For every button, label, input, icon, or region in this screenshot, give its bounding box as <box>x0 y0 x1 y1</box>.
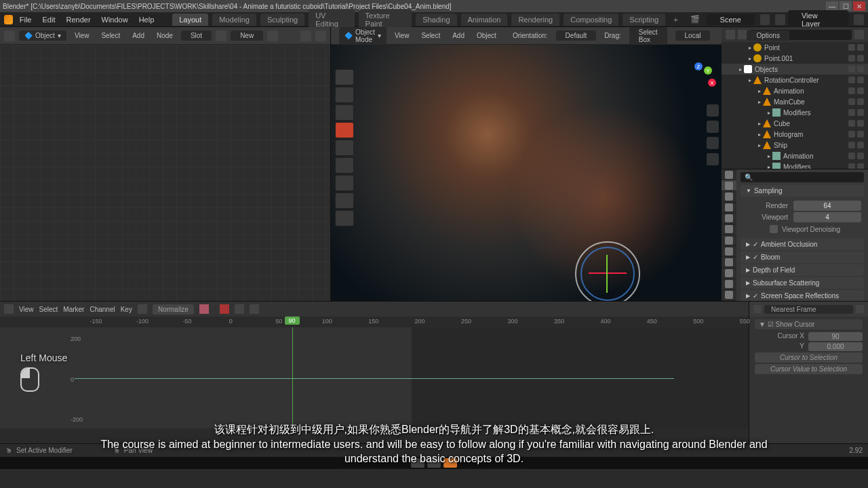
viewport-canvas[interactable]: Z Y X <box>331 45 722 301</box>
tool-rotate[interactable] <box>335 122 354 138</box>
node-menu-add[interactable]: Add <box>128 30 149 41</box>
prop-tab-output[interactable] <box>722 180 736 191</box>
menu-render[interactable]: Render <box>62 14 94 25</box>
vp-menu-object[interactable]: Object <box>473 30 500 41</box>
scene-new-button[interactable] <box>760 14 770 25</box>
rotate-gizmo[interactable] <box>575 241 640 301</box>
prop-tab-world[interactable] <box>722 214 736 224</box>
outliner-row[interactable]: ▸Ship <box>722 140 868 150</box>
axis-z-icon[interactable]: Z <box>694 62 703 70</box>
workspace-tab-layout[interactable]: Layout <box>172 14 208 26</box>
prop-tab-viewlayer[interactable] <box>722 191 736 202</box>
close-button[interactable]: ✕ <box>853 1 865 11</box>
graph-menu-channel[interactable]: Channel <box>90 306 115 313</box>
normalize-toggle[interactable]: Normalize <box>153 304 194 314</box>
viewlayer-selector[interactable]: View Layer <box>788 10 848 29</box>
outliner-row[interactable]: ▸RotationController <box>722 75 868 85</box>
pan-icon[interactable] <box>707 121 719 133</box>
outliner-row[interactable]: ▸Animation <box>722 150 868 161</box>
panel-bloom[interactable]: ▶✓Bloom <box>741 251 864 263</box>
outliner-row[interactable]: ▸Cube <box>722 118 868 129</box>
taskbar-app-icon[interactable] <box>411 458 425 468</box>
taskbar-blender-icon[interactable] <box>443 458 457 468</box>
tool-annotate[interactable] <box>335 175 354 191</box>
tool-move[interactable] <box>335 104 354 121</box>
material-new-button[interactable]: New <box>231 30 263 41</box>
workspace-add-button[interactable]: + <box>668 14 683 26</box>
pivot-selector[interactable]: Local <box>675 30 711 41</box>
outliner-row[interactable]: ▸Modifiers <box>722 161 868 169</box>
prop-tab-render[interactable] <box>722 169 736 180</box>
menu-help[interactable]: Help <box>135 14 159 25</box>
pin-icon[interactable] <box>267 30 278 41</box>
prop-tab-physics[interactable] <box>722 257 736 268</box>
snap-icon[interactable] <box>300 30 311 41</box>
panel-ao[interactable]: ▶✓Ambient Occlusion <box>741 239 864 250</box>
prop-tab-particles[interactable] <box>722 246 736 257</box>
object-mode-selector[interactable]: 🔷 Object Mode ▾ <box>339 27 387 45</box>
denoise-checkbox[interactable] <box>770 225 778 233</box>
prop-tab-modifiers[interactable] <box>722 235 736 246</box>
viewport-samples-field[interactable]: 4 <box>793 212 861 222</box>
outliner-row[interactable]: ▸Hologram <box>722 129 868 140</box>
graph-menu-key[interactable]: Key <box>121 306 132 313</box>
vp-menu-view[interactable]: View <box>391 30 414 41</box>
fcurve[interactable] <box>75 378 673 379</box>
outliner-row[interactable]: ▸Objects <box>722 64 868 75</box>
panel-sampling[interactable]: ▼Sampling <box>741 185 864 197</box>
options-dropdown[interactable]: Options <box>747 30 789 41</box>
ghost-icon[interactable] <box>138 304 147 314</box>
menu-window[interactable]: Window <box>98 14 132 25</box>
node-editor[interactable]: 🔷 Object ▾ View Select Add Node Slot New <box>0 27 331 301</box>
render-samples-field[interactable]: 64 <box>793 201 861 211</box>
record-icon[interactable] <box>220 304 229 314</box>
playhead-label[interactable]: 90 <box>285 317 300 325</box>
tool-cursor[interactable] <box>335 87 354 103</box>
cursor-to-selection-button[interactable]: Cursor to Selection <box>755 352 863 363</box>
prop-tab-scene[interactable] <box>722 203 736 214</box>
tool-addcube[interactable] <box>335 210 354 226</box>
workspace-tab-modeling[interactable]: Modeling <box>212 14 256 26</box>
outliner[interactable]: ▸Point▸Point.001▸Objects▸RotationControl… <box>722 27 868 169</box>
drag-selector[interactable]: Select Box <box>629 27 667 45</box>
auto-toggle-icon[interactable] <box>199 304 209 314</box>
tool-transform[interactable] <box>335 157 354 174</box>
props-search[interactable]: 🔍 <box>741 172 864 182</box>
node-mode-selector[interactable]: 🔷 Object ▾ <box>19 30 66 41</box>
node-menu-node[interactable]: Node <box>153 30 177 41</box>
viewlayer-new-button[interactable] <box>854 14 864 25</box>
node-menu-view[interactable]: View <box>71 30 94 41</box>
outliner-row[interactable]: ▸Animation <box>722 85 868 96</box>
prop-tab-object[interactable] <box>722 224 736 235</box>
vp-menu-select[interactable]: Select <box>417 30 444 41</box>
outliner-row[interactable]: ▸MainCube <box>722 96 868 107</box>
workspace-tab-animation[interactable]: Animation <box>461 14 508 26</box>
tool-scale[interactable] <box>335 140 354 156</box>
panel-ssr[interactable]: ▶✓Screen Space Reflections <box>741 290 864 301</box>
persp-icon[interactable] <box>707 153 719 165</box>
editor-type-icon[interactable] <box>726 30 735 39</box>
slot-selector[interactable]: Slot <box>181 30 212 41</box>
editor-type-icon[interactable] <box>4 304 14 314</box>
display-mode-icon[interactable] <box>738 30 747 39</box>
3d-viewport[interactable]: 🔷 Object Mode ▾ View Select Add Object O… <box>331 27 722 301</box>
filter-icon[interactable] <box>753 305 762 313</box>
cursor-value-to-selection-button[interactable]: Cursor Value to Selection <box>755 364 863 374</box>
axis-y-icon[interactable]: Y <box>704 66 712 75</box>
panel-sss[interactable]: ▶Subsurface Scattering <box>741 277 864 289</box>
cursor-x-field[interactable]: 90 <box>808 332 863 341</box>
axis-x-icon[interactable]: X <box>708 79 716 87</box>
marker-icon[interactable] <box>856 305 864 313</box>
graph-menu-marker[interactable]: Marker <box>63 306 84 313</box>
orientation-selector[interactable]: Default <box>556 30 597 41</box>
workspace-tab-sculpting[interactable]: Sculpting <box>260 14 304 26</box>
panel-show-cursor[interactable]: ▼ ☑ Show Cursor <box>755 319 863 329</box>
graph-editor[interactable]: View Select Marker Channel Key Normalize… <box>0 302 749 443</box>
scene-delete-button[interactable] <box>775 14 785 25</box>
workspace-tab-shading[interactable]: Shading <box>416 14 456 26</box>
graph-menu-select[interactable]: Select <box>39 306 58 313</box>
editor-type-icon[interactable] <box>4 30 15 41</box>
minimize-button[interactable]: — <box>826 1 838 11</box>
panel-dof[interactable]: ▶Depth of Field <box>741 264 864 276</box>
menu-file[interactable]: File <box>16 14 36 25</box>
